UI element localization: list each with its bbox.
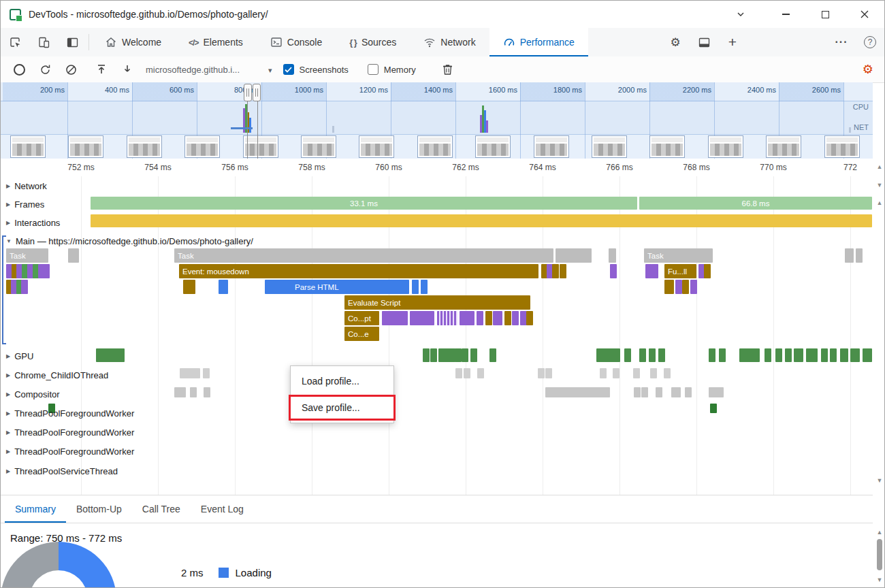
tab-event-log[interactable]: Event Log [191,495,254,523]
flame-span[interactable] [512,311,519,325]
dock-side-button[interactable] [690,36,718,49]
profile-select[interactable]: microsoftedge.github.i... [146,65,263,75]
gpu-span[interactable] [658,348,665,362]
tab-bottom-up[interactable]: Bottom-Up [66,495,132,523]
flame-span[interactable] [526,311,533,325]
io-span[interactable] [545,368,552,378]
filmstrip-screenshot[interactable] [359,135,394,158]
memory-checkbox-group[interactable]: Memory [368,64,416,75]
track-label-gpu[interactable]: ▶GPU [6,350,33,362]
flame-span[interactable] [664,280,674,294]
interaction-span[interactable] [91,214,872,227]
track-label-interactions[interactable]: ▶Interactions [6,216,60,229]
compositor-span[interactable] [656,387,662,397]
io-span[interactable] [613,368,620,378]
compositor-span[interactable] [179,387,186,397]
menu-item-load-profile[interactable]: Load profile... [291,370,393,392]
gpu-span[interactable] [840,348,848,362]
tab-console[interactable]: Console [257,28,336,56]
selection-handle-right[interactable] [253,84,261,101]
filmstrip-screenshot[interactable] [127,135,162,158]
flame-span-co-pt[interactable]: Co...pt [344,311,379,325]
more-tools-button[interactable] [827,36,856,48]
capture-settings-button[interactable] [863,62,873,77]
track-label-threadpoolforegroundworker[interactable]: ▶ThreadPoolForegroundWorker [6,426,134,438]
compositor-span[interactable] [545,387,610,397]
io-span[interactable] [600,368,607,378]
devtools-settings-button[interactable] [661,35,690,50]
flame-span[interactable] [421,280,428,294]
io-span[interactable] [538,368,545,378]
io-span[interactable] [455,368,462,378]
selection-handle-left[interactable] [244,84,252,101]
menu-item-save-profile[interactable]: Save profile... [291,397,393,419]
filmstrip-screenshot[interactable] [475,135,511,158]
tab-call-tree[interactable]: Call Tree [132,495,191,523]
filmstrip-screenshot[interactable] [708,135,743,158]
track-label-chrome-childiothread[interactable]: ▶Chrome_ChildIOThread [6,369,108,381]
tracks-scroll-bottom-icon[interactable] [875,477,884,484]
compositor-span[interactable] [709,387,724,397]
gpu-span[interactable] [719,348,726,362]
device-emulation-button[interactable] [29,28,58,56]
gpu-span[interactable] [462,348,468,362]
flame-span[interactable] [72,248,79,263]
flame-span[interactable] [382,311,408,325]
compositor-span[interactable] [204,387,210,397]
gpu-span[interactable] [775,348,782,362]
gpu-span[interactable] [649,348,656,362]
gpu-span[interactable] [850,348,860,362]
tracks-area[interactable]: ▶Network▶Frames▶Interactions▼Main — http… [1,176,873,495]
tracks-scroll-up-icon[interactable] [875,163,884,170]
track-label-frames[interactable]: ▶Frames [6,198,44,210]
gpu-span[interactable] [821,348,828,362]
io-span[interactable] [664,368,671,378]
summary-scroll-up-icon[interactable] [875,529,884,536]
compositor-span[interactable] [634,387,641,397]
io-span[interactable] [633,368,640,378]
flame-span[interactable] [219,280,228,294]
flame-span[interactable] [43,264,50,278]
close-button[interactable] [845,1,884,28]
gpu-span[interactable] [96,348,125,362]
gpu-span[interactable] [423,348,430,362]
filmstrip-screenshot[interactable] [301,135,336,158]
gpu-span[interactable] [739,348,760,362]
gpu-span[interactable] [765,348,771,362]
track-label-threadpoolforegroundworker[interactable]: ▶ThreadPoolForegroundWorker [6,445,134,457]
flame-span[interactable] [609,248,616,263]
worker-span[interactable] [710,404,717,413]
track-label-compositor[interactable]: ▶Compositor [6,388,60,400]
flame-span[interactable] [504,311,511,325]
tab-summary[interactable]: Summary [5,495,66,523]
inspect-tool-button[interactable] [1,28,29,56]
filmstrip-screenshot[interactable] [649,135,685,158]
flame-span[interactable] [682,280,689,294]
gpu-span[interactable] [709,348,715,362]
tab-elements[interactable]: Elements [175,28,257,56]
maximize-button[interactable] [805,1,845,28]
tab-performance[interactable]: Performance [489,28,588,56]
track-label-threadpoolforegroundworker[interactable]: ▶ThreadPoolForegroundWorker [6,407,134,419]
track-label-main[interactable]: ▼Main — https://microsoftedge.github.io/… [6,235,253,247]
flame-span-parse-html[interactable]: Parse HTML [265,280,409,294]
flame-span-co-e[interactable]: Co...e [344,327,379,341]
tab-welcome[interactable]: Welcome [91,28,175,56]
tab-network[interactable]: Network [410,28,489,56]
add-tab-button[interactable] [718,34,747,50]
garbage-collect-button[interactable] [435,59,461,80]
gpu-span[interactable] [455,348,462,362]
compositor-span[interactable] [641,387,648,397]
frame-duration-66-8-ms[interactable]: 66.8 ms [639,197,872,210]
focus-panel-button[interactable] [58,28,86,56]
flame-span[interactable] [552,264,559,278]
gpu-span[interactable] [794,348,803,362]
flame-span[interactable] [460,311,474,325]
gpu-span[interactable] [830,348,837,362]
filmstrip-screenshot[interactable] [417,135,453,158]
flame-span[interactable] [651,264,658,278]
filmstrip-screenshot[interactable] [766,135,801,158]
filmstrip-screenshot[interactable] [243,135,278,158]
gpu-span[interactable] [863,348,872,362]
gpu-span[interactable] [489,348,496,362]
